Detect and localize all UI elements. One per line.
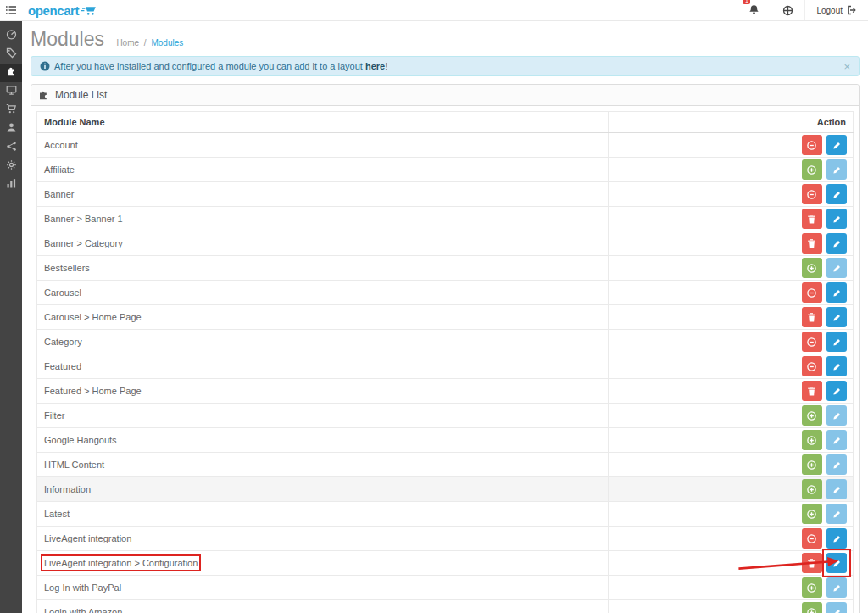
sidebar-item-sales[interactable] — [0, 101, 22, 120]
pencil-icon — [832, 214, 843, 225]
sidebar-item-dashboard[interactable] — [0, 26, 22, 45]
edit-button[interactable] — [826, 602, 847, 613]
module-name: Carousel — [44, 287, 81, 298]
sidebar-item-system[interactable] — [0, 157, 22, 176]
dashboard-icon — [6, 28, 17, 43]
edit-button[interactable] — [826, 184, 847, 204]
install-button[interactable] — [802, 258, 822, 278]
plus-circle-icon — [806, 410, 817, 421]
sidebar-item-customers[interactable] — [0, 120, 22, 138]
minus-circle-icon — [806, 287, 817, 298]
module-name: Log In with PayPal — [44, 582, 121, 593]
sidebar-item-reports[interactable] — [0, 176, 22, 194]
edit-button[interactable] — [826, 430, 847, 450]
edit-button[interactable] — [826, 258, 847, 278]
table-row: Information — [37, 477, 854, 502]
module-name: LiveAgent integration — [44, 533, 131, 543]
install-button[interactable] — [802, 405, 822, 426]
delete-button[interactable] — [802, 381, 822, 401]
edit-button[interactable] — [826, 479, 847, 499]
table-row: Login with Amazon — [37, 600, 854, 613]
edit-button[interactable] — [826, 356, 847, 376]
minus-circle-icon — [806, 337, 817, 348]
install-button[interactable] — [802, 602, 822, 613]
stores-button[interactable] — [771, 0, 804, 20]
uninstall-button[interactable] — [802, 135, 822, 155]
pencil-icon — [832, 533, 843, 544]
alert-close-icon[interactable]: × — [843, 62, 850, 71]
pencil-icon — [832, 361, 843, 372]
delete-button[interactable] — [802, 233, 822, 254]
logout-button[interactable]: Logout — [804, 0, 868, 20]
install-button[interactable] — [802, 479, 822, 499]
install-button[interactable] — [802, 159, 822, 180]
delete-button[interactable] — [802, 307, 822, 327]
edit-button[interactable] — [826, 405, 847, 426]
edit-button[interactable] — [826, 159, 847, 180]
table-row: Featured — [37, 354, 854, 379]
design-icon — [6, 84, 17, 99]
edit-button[interactable] — [826, 209, 847, 229]
edit-button[interactable] — [826, 504, 847, 524]
module-table: Module Name Action Account Affiliate Ban… — [36, 111, 854, 613]
trash-icon — [806, 558, 817, 569]
uninstall-button[interactable] — [802, 332, 822, 352]
page-title: Modules — [31, 28, 104, 51]
edit-button[interactable] — [826, 282, 847, 303]
sidebar-item-catalog[interactable] — [0, 45, 22, 64]
plus-circle-icon — [806, 263, 817, 274]
delete-button[interactable] — [802, 553, 822, 573]
plus-circle-icon — [806, 460, 817, 471]
reports-icon — [6, 177, 17, 192]
edit-button[interactable] — [826, 332, 847, 352]
uninstall-button[interactable] — [802, 184, 822, 204]
delete-button[interactable] — [802, 209, 822, 229]
module-name: Banner > Category — [44, 238, 123, 248]
column-action: Action — [609, 112, 854, 133]
edit-button[interactable] — [826, 577, 847, 598]
edit-button[interactable] — [826, 454, 847, 475]
sidebar-item-extensions[interactable] — [0, 64, 22, 82]
breadcrumb-current-link[interactable]: Modules — [151, 38, 183, 47]
edit-button[interactable] — [826, 307, 847, 327]
uninstall-button[interactable] — [802, 282, 822, 303]
module-name: Bestsellers — [44, 263, 90, 273]
module-name: Information — [44, 484, 91, 494]
system-icon — [6, 159, 17, 174]
uninstall-button[interactable] — [802, 356, 822, 376]
install-button[interactable] — [802, 454, 822, 475]
trash-icon — [806, 214, 817, 225]
sign-out-icon — [847, 5, 857, 15]
page-header: Modules Home / Modules — [31, 21, 860, 55]
trash-icon — [806, 312, 817, 323]
edit-button[interactable] — [826, 135, 847, 155]
install-button[interactable] — [802, 504, 822, 524]
module-name: Google Hangouts — [44, 435, 117, 445]
table-row: LiveAgent integration > Configuration — [37, 551, 854, 576]
plus-circle-icon — [806, 509, 817, 520]
panel-body: Module Name Action Account Affiliate Ban… — [31, 106, 859, 613]
sidebar-item-design[interactable] — [0, 82, 22, 101]
opencart-logo[interactable]: opencart — [28, 3, 97, 18]
module-name: LiveAgent integration > Configuration — [44, 558, 198, 568]
pencil-icon — [832, 140, 843, 151]
edit-button[interactable] — [826, 528, 847, 549]
table-row: Latest — [37, 502, 854, 527]
sidebar-item-marketing[interactable] — [0, 138, 22, 157]
menu-toggle-button[interactable] — [0, 0, 22, 21]
install-button[interactable] — [802, 430, 822, 450]
table-row: Banner > Banner 1 — [37, 207, 854, 231]
table-row: Affiliate — [37, 158, 854, 182]
layout-here-link[interactable]: here — [365, 61, 385, 71]
pencil-icon — [832, 410, 843, 421]
edit-button[interactable] — [826, 381, 847, 401]
breadcrumb-home-link[interactable]: Home — [116, 38, 139, 47]
edit-button[interactable] — [826, 553, 847, 573]
uninstall-button[interactable] — [802, 528, 822, 549]
notifications-button[interactable]: 1 — [737, 0, 771, 20]
minus-circle-icon — [806, 361, 817, 372]
table-row: Account — [37, 133, 854, 158]
module-name: Category — [44, 337, 82, 347]
install-button[interactable] — [802, 577, 822, 598]
edit-button[interactable] — [826, 233, 847, 254]
